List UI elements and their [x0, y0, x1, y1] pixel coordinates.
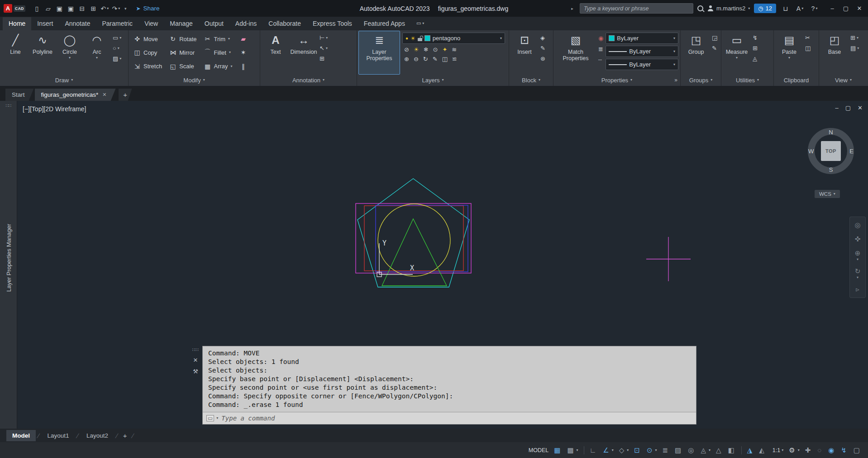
- navigation-wheel-button[interactable]: ◎: [854, 221, 860, 229]
- paste-button[interactable]: ▤Paste▾: [776, 31, 803, 74]
- isolate-objects-button[interactable]: ◉: [826, 444, 838, 456]
- layer-merge-button[interactable]: ◫: [442, 56, 448, 62]
- layer-match-button[interactable]: ≋: [452, 46, 457, 53]
- group-button[interactable]: ◳Group: [682, 31, 710, 74]
- hatch-button[interactable]: ▨▾: [111, 55, 123, 62]
- tab-featured-apps[interactable]: Featured Apps: [358, 17, 411, 30]
- scale-button[interactable]: ◱Scale: [166, 60, 200, 73]
- copy-button[interactable]: ◫Copy: [130, 46, 165, 59]
- qat-customize-button[interactable]: ▾: [122, 6, 129, 11]
- base-view-button[interactable]: ◰Base: [821, 31, 848, 74]
- search-input[interactable]: [580, 3, 693, 14]
- ungroup-button[interactable]: ◲: [711, 34, 719, 41]
- layout1-tab[interactable]: Layout1: [42, 430, 75, 441]
- annotation-scale-menu[interactable]: 1:1▾: [769, 444, 786, 456]
- table-button[interactable]: ⊞: [318, 55, 329, 62]
- viewport-close-button[interactable]: ✕: [858, 104, 863, 111]
- make-current-button[interactable]: ✦: [442, 46, 447, 53]
- recent-commands-icon[interactable]: ▾: [216, 416, 218, 420]
- viewport-restore-button[interactable]: ▢: [845, 104, 851, 111]
- create-block-button[interactable]: ✎: [539, 45, 547, 52]
- layer-thaw-button[interactable]: ☀: [414, 46, 419, 53]
- 3d-object-snap-toggle[interactable]: ◬▾: [698, 444, 713, 456]
- save-button[interactable]: ▣: [54, 3, 65, 14]
- tab-home[interactable]: Home: [3, 17, 31, 30]
- transparency-toggle[interactable]: ▨: [672, 444, 685, 456]
- cart-button[interactable]: ⊔: [780, 3, 791, 14]
- marketplace-menu[interactable]: A▾: [795, 3, 805, 14]
- ucs-x-label[interactable]: X: [410, 264, 414, 272]
- command-window-close-button[interactable]: ✕: [193, 357, 198, 364]
- explode-button[interactable]: ✶: [237, 46, 253, 59]
- tab-express-tools[interactable]: Express Tools: [307, 17, 358, 30]
- properties-dialog-launcher-icon[interactable]: »: [674, 77, 677, 83]
- arc-button[interactable]: ◠Arc▾: [83, 31, 110, 74]
- viewcube-north[interactable]: N: [829, 129, 833, 136]
- snap-mode-toggle[interactable]: ▩▾: [565, 444, 580, 456]
- pan-button[interactable]: ✜: [855, 235, 861, 243]
- dimension-button[interactable]: ↔Dimension: [290, 31, 317, 74]
- panel-label-draw[interactable]: Draw▾: [0, 74, 128, 86]
- model-paper-toggle[interactable]: MODEL: [525, 444, 551, 456]
- ribbon-display-toggle[interactable]: ▭▾: [416, 20, 424, 30]
- group-edit-button[interactable]: ✎: [711, 45, 719, 52]
- quick-select-button[interactable]: ↯: [751, 34, 759, 41]
- layer-off-button[interactable]: ⊘: [404, 46, 409, 53]
- workspace-switching-menu[interactable]: ⚙▾: [787, 444, 801, 456]
- linetype-icon[interactable]: ┄: [597, 57, 605, 63]
- mirror-button[interactable]: ⋈Mirror: [166, 46, 200, 59]
- drawing-viewport[interactable]: XY [−][Top][2D Wireframe] – ▢ ✕ N S W E …: [17, 101, 868, 429]
- trim-button[interactable]: ✂Trim▾: [201, 32, 236, 46]
- offset-button[interactable]: ∥: [237, 60, 253, 73]
- panel-label-properties[interactable]: Properties▾»: [553, 74, 680, 86]
- lineweight-display-toggle[interactable]: ≣: [660, 444, 672, 456]
- circle-button[interactable]: ◯Circle▾: [56, 31, 83, 74]
- annotation-visibility-toggle[interactable]: ◮: [745, 444, 756, 456]
- layer-walk-button[interactable]: ≌: [452, 56, 457, 62]
- share-button[interactable]: ➤ Share: [136, 5, 159, 12]
- plot-button[interactable]: ⊟: [77, 3, 87, 14]
- zoom-button[interactable]: ⊕▾: [855, 249, 861, 261]
- panel-label-block[interactable]: Block▾: [509, 74, 553, 86]
- application-menu-button[interactable]: A CAD: [4, 4, 25, 13]
- rotate-button[interactable]: ↻Rotate: [166, 32, 200, 46]
- minimize-button[interactable]: –: [825, 3, 839, 14]
- panel-label-layers[interactable]: Layers▾: [357, 74, 509, 86]
- selection-cycling-toggle[interactable]: ◎: [686, 444, 697, 456]
- command-input[interactable]: [220, 414, 692, 422]
- clean-screen-button[interactable]: ▢: [851, 444, 863, 456]
- rectangle-button[interactable]: ▭▾: [111, 34, 123, 41]
- fillet-button[interactable]: ⌒Fillet▾: [201, 46, 236, 59]
- viewport-minimize-button[interactable]: –: [835, 104, 839, 111]
- tab-parametric[interactable]: Parametric: [96, 17, 138, 30]
- ellipse-button[interactable]: ○▾: [111, 45, 123, 52]
- viewcube-east[interactable]: E: [849, 148, 854, 155]
- isodraft-toggle[interactable]: ◇▾: [617, 444, 631, 456]
- polar-tracking-toggle[interactable]: ∠▾: [601, 444, 615, 456]
- layer-isolate-button[interactable]: ⊙: [433, 46, 438, 53]
- batch-plot-button[interactable]: ⊞: [88, 3, 99, 14]
- save-as-button[interactable]: ▣: [66, 3, 76, 14]
- id-point-button[interactable]: ◬: [751, 55, 759, 62]
- dynamic-input-toggle[interactable]: ◧: [725, 444, 738, 456]
- layer-previous-button[interactable]: ↻: [423, 56, 428, 62]
- open-file-button[interactable]: ▱: [43, 3, 53, 14]
- erase-button[interactable]: ▰: [237, 32, 253, 46]
- ortho-mode-toggle[interactable]: ∟: [587, 444, 600, 456]
- copy-clip-button[interactable]: ◫: [804, 45, 812, 52]
- annotation-autoscale-toggle[interactable]: ◭: [757, 444, 768, 456]
- quick-calculator-button[interactable]: ⊞: [751, 45, 759, 52]
- object-color-dropdown[interactable]: ByLayer ▾: [606, 33, 678, 44]
- lineweight-icon[interactable]: ≣: [597, 46, 605, 52]
- redo-button[interactable]: ↷▾: [111, 3, 121, 14]
- new-layout-button[interactable]: +: [120, 432, 130, 439]
- object-snap-toggle[interactable]: ⊙▾: [644, 444, 659, 456]
- model-tab[interactable]: Model: [6, 430, 36, 441]
- line-button[interactable]: ╱Line: [2, 31, 29, 74]
- edit-attributes-button[interactable]: ◈: [539, 34, 547, 41]
- layer-edit-button[interactable]: ✎: [433, 56, 438, 62]
- search-icon[interactable]: [697, 5, 703, 11]
- manage-attributes-button[interactable]: ⊛: [539, 55, 547, 62]
- match-properties-button[interactable]: ▧Match Properties: [555, 31, 596, 74]
- command-window-grip[interactable]: ∷∷: [192, 347, 199, 352]
